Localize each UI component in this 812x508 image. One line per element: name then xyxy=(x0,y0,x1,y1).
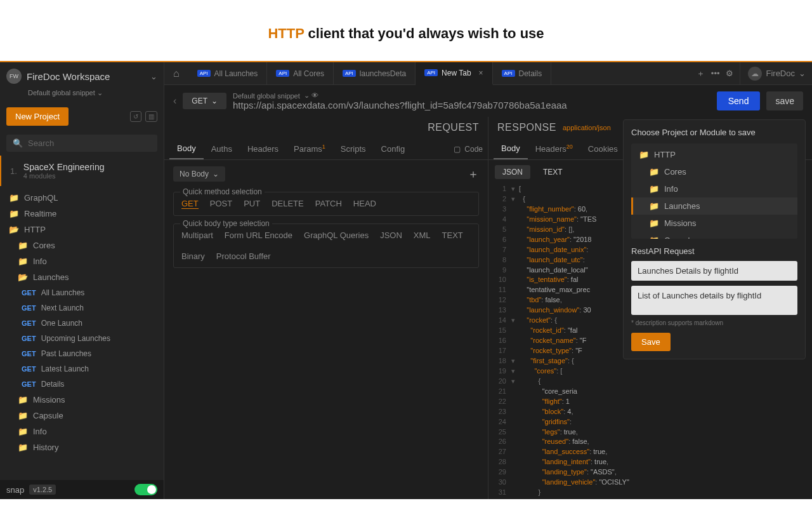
version-badge: v1.2.5 xyxy=(29,485,56,495)
request-name-input[interactable] xyxy=(631,261,797,281)
archive-icon[interactable]: ▥ xyxy=(145,111,157,122)
quick-body-item[interactable]: JSON xyxy=(380,231,402,240)
quick-method-item[interactable]: PUT xyxy=(244,199,260,209)
dialog-tree-item[interactable]: 📁Launches xyxy=(631,197,797,215)
folder-icon: 📁 xyxy=(649,236,659,239)
url-bar: ‹ GET ⌄ Default global snippet ⌄ 👁 https… xyxy=(164,85,812,117)
request-tab[interactable]: Headers xyxy=(240,139,286,159)
tab[interactable]: APIAll Cores xyxy=(267,62,334,85)
tab[interactable]: APINew Tab× xyxy=(416,62,492,85)
tree-item[interactable]: 📁History xyxy=(0,439,164,455)
response-tab[interactable]: Headers20 xyxy=(528,138,580,159)
folder-icon: 📁 xyxy=(649,167,659,177)
quick-body-item[interactable]: GraphQL Queries xyxy=(304,231,369,240)
dialog-tree-item[interactable]: 📁Info xyxy=(631,180,797,197)
tree-item[interactable]: GET Upcoming Launches xyxy=(0,331,164,346)
folder-icon: 📁 xyxy=(18,411,28,420)
tab[interactable]: APIAll Launches xyxy=(188,62,268,85)
tree-item[interactable]: 📁Cores xyxy=(0,237,164,253)
quick-method-item[interactable]: GET xyxy=(181,199,199,209)
history-icon[interactable]: ↺ xyxy=(130,111,141,122)
tree-item[interactable]: GET All Launches xyxy=(0,285,164,300)
new-tab-button[interactable]: ＋ xyxy=(697,68,705,79)
search-input[interactable]: 🔍 Search xyxy=(6,135,157,152)
tree-item[interactable]: GET Past Launches xyxy=(0,346,164,361)
folder-icon: 📁 xyxy=(649,184,659,194)
url-input[interactable]: https://api.spacexdata.com/v3/launches?f… xyxy=(233,100,710,110)
tree-item[interactable]: 📁Info xyxy=(0,424,164,439)
workspace-header[interactable]: FW FireDoc Workspace ⌄ xyxy=(0,62,164,89)
tree-item[interactable]: GET Latest Launch xyxy=(0,361,164,377)
dialog-tree-item[interactable]: 📁Cores xyxy=(631,163,797,180)
dialog-tree-item[interactable]: 📁Missions xyxy=(631,215,797,232)
request-tab[interactable]: Config xyxy=(374,139,413,159)
request-tab[interactable]: Params1 xyxy=(286,138,333,159)
quick-method-item[interactable]: POST xyxy=(210,199,232,209)
snap-toggle[interactable] xyxy=(134,484,157,495)
folder-icon: 📁 xyxy=(639,150,649,159)
tree-item[interactable]: 📂Launches xyxy=(0,269,164,285)
dialog-save-button[interactable]: Save xyxy=(631,333,671,351)
tree-item[interactable]: 📁Info xyxy=(0,253,164,269)
tree-item[interactable]: GET One Launch xyxy=(0,316,164,331)
add-icon[interactable]: ＋ xyxy=(468,166,479,182)
folder-icon: 📁 xyxy=(18,443,28,452)
request-tab[interactable]: Body xyxy=(169,138,204,159)
chevron-down-icon[interactable]: ⌄ xyxy=(150,72,157,81)
quick-method-item[interactable]: HEAD xyxy=(353,199,376,209)
tree-item[interactable]: 📁Missions xyxy=(0,392,164,408)
dialog-tree-item[interactable]: 📁HTTP xyxy=(631,146,797,163)
home-icon[interactable]: ⌂ xyxy=(164,68,188,79)
folder-icon: 📁 xyxy=(18,427,28,436)
project-item[interactable]: 1. SpaceX Engineering 4 modules xyxy=(0,156,164,186)
brand[interactable]: ☁ FireDoc ⌄ xyxy=(740,62,806,85)
settings-icon[interactable]: ⚙ xyxy=(726,69,733,78)
chevron-down-icon: ⌄ xyxy=(799,69,806,78)
quick-body-item[interactable]: XML xyxy=(414,231,431,240)
quick-body-item[interactable]: Form URL Encode xyxy=(225,231,292,240)
workspace-subtitle[interactable]: Default global snippet ⌄ xyxy=(0,89,164,102)
url-snippet-label[interactable]: Default global snippet ⌄ 👁 xyxy=(233,91,710,100)
tree-item[interactable]: 📁Realtime xyxy=(0,206,164,222)
response-tab[interactable]: Body xyxy=(494,138,528,159)
dialog-tree: 📁HTTP📁Cores📁Info📁Launches📁Missions📁Capsu… xyxy=(631,144,797,239)
folder-icon: 📁 xyxy=(18,241,28,250)
tree-item[interactable]: GET Next Launch xyxy=(0,300,164,316)
request-desc-input[interactable]: List of Launches details by flightId xyxy=(631,286,797,315)
quick-method-item[interactable]: DELETE xyxy=(272,199,304,209)
quick-body-item[interactable]: Protocol Buffer xyxy=(216,251,271,261)
method-selector[interactable]: GET ⌄ xyxy=(183,93,226,109)
send-button[interactable]: Send xyxy=(717,91,761,110)
folder-icon: 📂 xyxy=(18,272,28,282)
tab[interactable]: APIDetails xyxy=(493,62,552,85)
sidebar-tree: 📁GraphQL📁Realtime📂HTTP📁Cores📁Info📂Launch… xyxy=(0,186,164,480)
status-bar: snap v1.2.5 xyxy=(0,480,164,499)
marketing-headline: HTTP client that you'd always wish to us… xyxy=(0,0,812,61)
request-tab[interactable]: Auths xyxy=(204,139,240,159)
new-project-button[interactable]: New Project xyxy=(6,107,69,126)
close-icon[interactable]: × xyxy=(479,69,483,77)
quick-method-item[interactable]: PATCH xyxy=(315,199,342,209)
tree-item[interactable]: GET Details xyxy=(0,377,164,392)
tab[interactable]: APIlaunchesDeta xyxy=(334,62,416,85)
response-title: RESPONSE xyxy=(497,122,556,133)
quick-body-item[interactable]: TEXT xyxy=(442,231,463,240)
save-button[interactable]: save xyxy=(766,91,803,110)
folder-icon: 📁 xyxy=(9,209,19,218)
back-icon[interactable]: ‹ xyxy=(173,95,176,107)
body-type-selector[interactable]: No Body ⌄ xyxy=(173,166,225,182)
tree-item[interactable]: 📂HTTP xyxy=(0,222,164,237)
tree-item[interactable]: 📁Capsule xyxy=(0,408,164,424)
quick-body-item[interactable]: Multipart xyxy=(181,231,213,240)
response-tab[interactable]: Cookies xyxy=(580,139,625,159)
tree-item[interactable]: 📁GraphQL xyxy=(0,190,164,206)
text-view-tab[interactable]: TEXT xyxy=(535,165,570,179)
request-tab[interactable]: Scripts xyxy=(333,139,374,159)
search-icon: 🔍 xyxy=(13,138,23,148)
folder-icon: 📁 xyxy=(9,193,19,203)
quick-body-item[interactable]: Binary xyxy=(181,251,205,261)
more-icon[interactable]: ••• xyxy=(711,69,720,78)
code-toggle[interactable]: ▢ Code xyxy=(454,145,483,154)
json-view-tab[interactable]: JSON xyxy=(495,165,530,179)
dialog-tree-item[interactable]: 📁Capsule xyxy=(631,232,797,239)
